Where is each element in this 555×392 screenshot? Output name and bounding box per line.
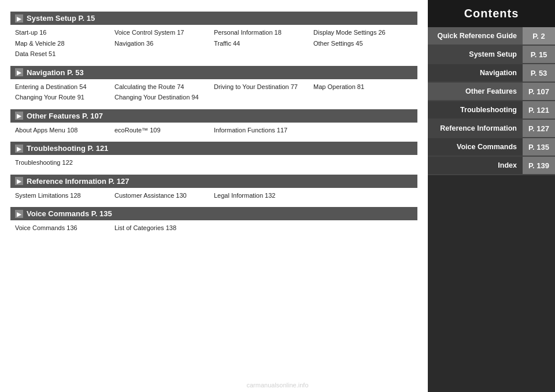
section-item: Changing Your Destination 94 [114, 93, 214, 102]
section-title: Reference Information P. 127 [27, 177, 130, 186]
section-col: Entering a Destination 54Changing Your R… [15, 82, 114, 102]
section-item: Legal Information 132 [214, 191, 313, 201]
section-title: Other Features P. 107 [27, 112, 103, 120]
sidebar-title: Contents [428, 0, 555, 27]
section-item: Voice Control System 17 [114, 28, 214, 38]
section-item: Other Settings 45 [313, 39, 413, 49]
sidebar-entry-voice-commands[interactable]: Voice Commands P. 135 [428, 138, 555, 157]
section-item: Troubleshooting 122 [15, 158, 114, 168]
section-item: Information Functions 117 [214, 125, 313, 135]
section-item: Traffic 44 [214, 39, 313, 49]
section-item: System Limitations 128 [15, 191, 114, 201]
sidebar-page-badge: P. 139 [523, 157, 555, 174]
section-arrow-icon [15, 14, 23, 23]
section-reference-information: Reference Information P. 127 System Limi… [10, 175, 417, 202]
section-arrow-icon [15, 177, 23, 185]
sidebar-page-badge: P. 107 [523, 83, 555, 100]
section-voice-commands: Voice Commands P. 135 Voice Commands 136… [10, 207, 417, 234]
sidebar-entry-label: Other Features [428, 83, 523, 100]
sidebar-page-badge: P. 53 [523, 64, 555, 82]
section-title: System Setup P. 15 [27, 14, 95, 23]
section-item: ecoRoute™ 109 [114, 125, 214, 135]
section-title: Navigation P. 53 [27, 68, 84, 77]
section-arrow-icon [15, 68, 23, 76]
section-col: Calculating the Route 74Changing Your De… [114, 82, 214, 102]
section-col: Troubleshooting 122 [15, 158, 114, 168]
sidebar-page-badge: P. 127 [523, 120, 555, 137]
section-arrow-icon [15, 210, 23, 218]
section-col [313, 191, 413, 201]
section-system-setup: System Setup P. 15 Start-up 16Map & Vehi… [10, 12, 417, 60]
section-items-voice-commands: Voice Commands 136List of Categories 138 [10, 220, 417, 234]
section-header-voice-commands: Voice Commands P. 135 [10, 207, 417, 220]
section-col: About Apps Menu 108 [15, 125, 114, 135]
sidebar-page-badge: P. 121 [523, 101, 555, 119]
section-col: Personal Information 18Traffic 44 [214, 28, 313, 59]
sidebar-page-badge: P. 135 [523, 138, 555, 156]
section-item: Voice Commands 136 [15, 223, 114, 233]
sidebar-entry-label: Navigation [428, 64, 523, 82]
sidebar-entry-label: Voice Commands [428, 138, 523, 156]
section-items-system-setup: Start-up 16Map & Vehicle 28Data Reset 51… [10, 25, 417, 60]
section-col [313, 125, 413, 135]
section-items-other-features: About Apps Menu 108ecoRoute™ 109Informat… [10, 123, 417, 136]
sidebar-page-badge: P. 2 [523, 27, 555, 45]
section-items-troubleshooting: Troubleshooting 122 [10, 155, 417, 169]
section-header-troubleshooting: Troubleshooting P. 121 [10, 142, 417, 155]
section-col: Display Mode Settings 26Other Settings 4… [313, 28, 413, 59]
section-col: Customer Assistance 130 [114, 191, 214, 201]
sections-container: System Setup P. 15 Start-up 16Map & Vehi… [10, 12, 417, 234]
sidebar-entry-reference-information[interactable]: Reference Information P. 127 [428, 120, 555, 138]
section-header-navigation: Navigation P. 53 [10, 66, 417, 79]
sidebar-entry-index[interactable]: Index P. 139 [428, 157, 555, 175]
section-col [313, 158, 413, 168]
section-item: Entering a Destination 54 [15, 82, 114, 92]
section-arrow-icon [15, 145, 23, 153]
section-col: Legal Information 132 [214, 191, 313, 201]
section-item: Map Operation 81 [313, 82, 413, 92]
section-col: Information Functions 117 [214, 125, 313, 135]
section-item: About Apps Menu 108 [15, 125, 114, 135]
section-title: Voice Commands P. 135 [27, 209, 112, 218]
section-items-navigation: Entering a Destination 54Changing Your R… [10, 79, 417, 103]
section-item: List of Categories 138 [114, 223, 214, 233]
section-arrow-icon [15, 112, 23, 120]
section-other-features: Other Features P. 107 About Apps Menu 10… [10, 109, 417, 136]
section-item: Display Mode Settings 26 [313, 28, 413, 38]
section-col: Voice Commands 136 [15, 223, 114, 233]
section-header-other-features: Other Features P. 107 [10, 109, 417, 123]
sidebar-entry-navigation[interactable]: Navigation P. 53 [428, 64, 555, 83]
sidebar-entry-label: System Setup [428, 46, 523, 63]
main-content: System Setup P. 15 Start-up 16Map & Vehi… [0, 0, 428, 392]
section-item: Data Reset 51 [15, 49, 114, 59]
section-item: Navigation 36 [114, 39, 214, 49]
section-items-reference-information: System Limitations 128Customer Assistanc… [10, 188, 417, 202]
section-item: Personal Information 18 [214, 28, 313, 38]
section-col: Start-up 16Map & Vehicle 28Data Reset 51 [15, 28, 114, 59]
sidebar-entry-other-features[interactable]: Other Features P. 107 [428, 83, 555, 101]
sidebar-entry-label: Quick Reference Guide [428, 27, 523, 45]
section-navigation: Navigation P. 53 Entering a Destination … [10, 66, 417, 103]
section-col: Voice Control System 17Navigation 36 [114, 28, 214, 59]
section-col: System Limitations 128 [15, 191, 114, 201]
section-item: Customer Assistance 130 [114, 191, 214, 201]
section-col [114, 158, 214, 168]
sidebar-entry-label: Index [428, 157, 523, 174]
section-col: ecoRoute™ 109 [114, 125, 214, 135]
section-header-system-setup: System Setup P. 15 [10, 12, 417, 25]
sidebar-entry-troubleshooting[interactable]: Troubleshooting P. 121 [428, 101, 555, 120]
sidebar-entry-label: Troubleshooting [428, 101, 523, 119]
section-header-reference-information: Reference Information P. 127 [10, 175, 417, 188]
section-item: Calculating the Route 74 [114, 82, 214, 92]
sidebar-entry-system-setup[interactable]: System Setup P. 15 [428, 46, 555, 64]
sidebar-entries: Quick Reference Guide P. 2 System Setup … [428, 27, 555, 175]
section-troubleshooting: Troubleshooting P. 121 Troubleshooting 1… [10, 142, 417, 169]
sidebar-entry-quick-reference-guide[interactable]: Quick Reference Guide P. 2 [428, 27, 555, 46]
section-item: Changing Your Route 91 [15, 93, 114, 102]
sidebar-entry-label: Reference Information [428, 120, 523, 137]
sidebar-page-badge: P. 15 [523, 46, 555, 63]
section-col: List of Categories 138 [114, 223, 214, 233]
section-item: Map & Vehicle 28 [15, 39, 114, 49]
section-col: Driving to Your Destination 77 [214, 82, 313, 102]
sidebar: Contents Quick Reference Guide P. 2 Syst… [428, 0, 555, 392]
